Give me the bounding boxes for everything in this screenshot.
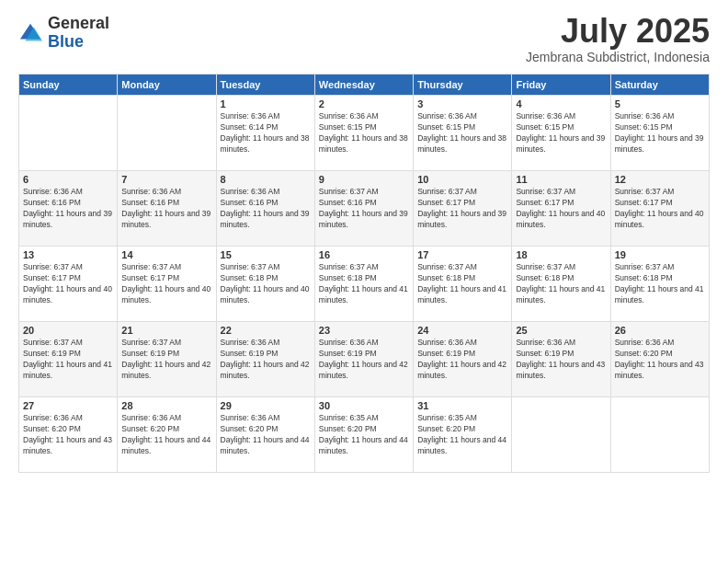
table-row: 25Sunrise: 6:36 AMSunset: 6:19 PMDayligh… xyxy=(512,322,610,397)
day-info: Sunrise: 6:37 AMSunset: 6:19 PMDaylight:… xyxy=(23,338,113,382)
title-block: July 2025 Jembrana Subdistrict, Indonesi… xyxy=(526,15,710,64)
page: General Blue July 2025 Jembrana Subdistr… xyxy=(0,0,728,563)
day-info: Sunrise: 6:37 AMSunset: 6:18 PMDaylight:… xyxy=(221,262,311,306)
weekday-header-row: Sunday Monday Tuesday Wednesday Thursday… xyxy=(19,75,710,96)
day-info: Sunrise: 6:37 AMSunset: 6:18 PMDaylight:… xyxy=(319,262,409,306)
day-number: 24 xyxy=(417,325,507,336)
day-info: Sunrise: 6:36 AMSunset: 6:16 PMDaylight:… xyxy=(121,187,211,231)
logo-general: General xyxy=(48,14,109,32)
day-number: 9 xyxy=(319,174,409,185)
table-row: 16Sunrise: 6:37 AMSunset: 6:18 PMDayligh… xyxy=(314,247,413,322)
day-info: Sunrise: 6:37 AMSunset: 6:18 PMDaylight:… xyxy=(615,262,705,306)
table-row: 11Sunrise: 6:37 AMSunset: 6:17 PMDayligh… xyxy=(512,171,610,247)
day-number: 12 xyxy=(615,174,705,185)
day-number: 27 xyxy=(23,400,113,411)
day-number: 16 xyxy=(319,249,409,260)
day-number: 5 xyxy=(615,98,705,109)
day-info: Sunrise: 6:36 AMSunset: 6:16 PMDaylight:… xyxy=(221,187,311,231)
day-number: 1 xyxy=(221,98,311,109)
day-info: Sunrise: 6:37 AMSunset: 6:17 PMDaylight:… xyxy=(121,262,211,306)
header-friday: Friday xyxy=(512,75,610,96)
table-row: 12Sunrise: 6:37 AMSunset: 6:17 PMDayligh… xyxy=(610,171,709,247)
header-thursday: Thursday xyxy=(414,75,512,96)
table-row: 2Sunrise: 6:36 AMSunset: 6:15 PMDaylight… xyxy=(314,96,413,171)
day-number: 22 xyxy=(221,325,311,336)
table-row: 7Sunrise: 6:36 AMSunset: 6:16 PMDaylight… xyxy=(118,171,216,247)
day-info: Sunrise: 6:37 AMSunset: 6:18 PMDaylight:… xyxy=(417,262,507,306)
day-number: 13 xyxy=(23,249,113,260)
table-row: 28Sunrise: 6:36 AMSunset: 6:20 PMDayligh… xyxy=(118,397,216,473)
day-number: 2 xyxy=(319,98,409,109)
day-number: 11 xyxy=(516,174,606,185)
week-row-2: 13Sunrise: 6:37 AMSunset: 6:17 PMDayligh… xyxy=(19,247,710,322)
day-number: 15 xyxy=(221,249,311,260)
day-info: Sunrise: 6:36 AMSunset: 6:19 PMDaylight:… xyxy=(516,338,606,382)
table-row: 24Sunrise: 6:36 AMSunset: 6:19 PMDayligh… xyxy=(414,322,512,397)
day-number: 25 xyxy=(516,325,606,336)
title-location: Jembrana Subdistrict, Indonesia xyxy=(526,50,710,64)
table-row: 22Sunrise: 6:36 AMSunset: 6:19 PMDayligh… xyxy=(216,322,314,397)
week-row-3: 20Sunrise: 6:37 AMSunset: 6:19 PMDayligh… xyxy=(19,322,710,397)
day-number: 23 xyxy=(319,325,409,336)
day-number: 14 xyxy=(121,249,211,260)
table-row xyxy=(118,96,216,171)
logo-text: General Blue xyxy=(48,15,109,52)
logo-blue: Blue xyxy=(48,32,84,51)
table-row: 15Sunrise: 6:37 AMSunset: 6:18 PMDayligh… xyxy=(216,247,314,322)
day-info: Sunrise: 6:36 AMSunset: 6:20 PMDaylight:… xyxy=(615,338,705,382)
table-row xyxy=(610,397,709,473)
day-number: 8 xyxy=(221,174,311,185)
week-row-1: 6Sunrise: 6:36 AMSunset: 6:16 PMDaylight… xyxy=(19,171,710,247)
header-wednesday: Wednesday xyxy=(314,75,413,96)
table-row: 26Sunrise: 6:36 AMSunset: 6:20 PMDayligh… xyxy=(610,322,709,397)
day-number: 4 xyxy=(516,98,606,109)
day-info: Sunrise: 6:35 AMSunset: 6:20 PMDaylight:… xyxy=(417,413,507,457)
day-number: 6 xyxy=(23,174,113,185)
header-tuesday: Tuesday xyxy=(216,75,314,96)
day-info: Sunrise: 6:37 AMSunset: 6:19 PMDaylight:… xyxy=(121,338,211,382)
table-row: 1Sunrise: 6:36 AMSunset: 6:14 PMDaylight… xyxy=(216,96,314,171)
day-number: 21 xyxy=(121,325,211,336)
table-row: 31Sunrise: 6:35 AMSunset: 6:20 PMDayligh… xyxy=(414,397,512,473)
day-info: Sunrise: 6:36 AMSunset: 6:15 PMDaylight:… xyxy=(319,111,409,155)
table-row: 20Sunrise: 6:37 AMSunset: 6:19 PMDayligh… xyxy=(19,322,118,397)
day-info: Sunrise: 6:36 AMSunset: 6:19 PMDaylight:… xyxy=(417,338,507,382)
table-row xyxy=(512,397,610,473)
table-row: 4Sunrise: 6:36 AMSunset: 6:15 PMDaylight… xyxy=(512,96,610,171)
day-number: 10 xyxy=(417,174,507,185)
table-row: 8Sunrise: 6:36 AMSunset: 6:16 PMDaylight… xyxy=(216,171,314,247)
day-number: 29 xyxy=(221,400,311,411)
day-info: Sunrise: 6:36 AMSunset: 6:16 PMDaylight:… xyxy=(23,187,113,231)
day-info: Sunrise: 6:36 AMSunset: 6:20 PMDaylight:… xyxy=(221,413,311,457)
logo: General Blue xyxy=(18,15,109,52)
day-number: 31 xyxy=(417,400,507,411)
header: General Blue July 2025 Jembrana Subdistr… xyxy=(18,15,710,64)
table-row: 18Sunrise: 6:37 AMSunset: 6:18 PMDayligh… xyxy=(512,247,610,322)
day-info: Sunrise: 6:36 AMSunset: 6:15 PMDaylight:… xyxy=(417,111,507,155)
table-row: 6Sunrise: 6:36 AMSunset: 6:16 PMDaylight… xyxy=(19,171,118,247)
day-number: 17 xyxy=(417,249,507,260)
table-row: 29Sunrise: 6:36 AMSunset: 6:20 PMDayligh… xyxy=(216,397,314,473)
table-row: 9Sunrise: 6:37 AMSunset: 6:16 PMDaylight… xyxy=(314,171,413,247)
day-number: 3 xyxy=(417,98,507,109)
day-info: Sunrise: 6:37 AMSunset: 6:17 PMDaylight:… xyxy=(516,187,606,231)
day-info: Sunrise: 6:36 AMSunset: 6:19 PMDaylight:… xyxy=(221,338,311,382)
day-info: Sunrise: 6:37 AMSunset: 6:17 PMDaylight:… xyxy=(23,262,113,306)
day-info: Sunrise: 6:37 AMSunset: 6:18 PMDaylight:… xyxy=(516,262,606,306)
header-saturday: Saturday xyxy=(610,75,709,96)
table-row: 17Sunrise: 6:37 AMSunset: 6:18 PMDayligh… xyxy=(414,247,512,322)
day-info: Sunrise: 6:37 AMSunset: 6:17 PMDaylight:… xyxy=(417,187,507,231)
day-info: Sunrise: 6:36 AMSunset: 6:15 PMDaylight:… xyxy=(615,111,705,155)
day-info: Sunrise: 6:36 AMSunset: 6:20 PMDaylight:… xyxy=(121,413,211,457)
day-info: Sunrise: 6:37 AMSunset: 6:16 PMDaylight:… xyxy=(319,187,409,231)
table-row: 21Sunrise: 6:37 AMSunset: 6:19 PMDayligh… xyxy=(118,322,216,397)
day-number: 7 xyxy=(121,174,211,185)
table-row: 14Sunrise: 6:37 AMSunset: 6:17 PMDayligh… xyxy=(118,247,216,322)
day-info: Sunrise: 6:36 AMSunset: 6:14 PMDaylight:… xyxy=(221,111,311,155)
week-row-0: 1Sunrise: 6:36 AMSunset: 6:14 PMDaylight… xyxy=(19,96,710,171)
logo-icon xyxy=(18,20,44,46)
day-number: 26 xyxy=(615,325,705,336)
day-info: Sunrise: 6:36 AMSunset: 6:19 PMDaylight:… xyxy=(319,338,409,382)
day-number: 18 xyxy=(516,249,606,260)
table-row: 23Sunrise: 6:36 AMSunset: 6:19 PMDayligh… xyxy=(314,322,413,397)
